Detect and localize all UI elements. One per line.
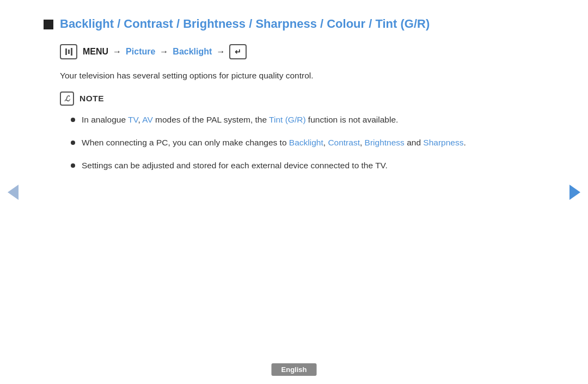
language-badge: English xyxy=(272,363,317,376)
menu-item-picture: Picture xyxy=(126,47,155,57)
page-container: Backlight / Contrast / Brightness / Shar… xyxy=(0,0,588,384)
arrow-2: → xyxy=(160,47,168,57)
description-text: Your television has several setting opti… xyxy=(60,69,544,82)
menu-bar-2 xyxy=(68,50,70,54)
nav-right-button[interactable] xyxy=(567,185,583,200)
bullet-item-2: When connecting a PC, you can only make … xyxy=(71,136,544,149)
menu-path: MENU → Picture → Backlight → ↵ xyxy=(60,44,544,59)
bullet-content-1: In analogue TV, AV modes of the PAL syst… xyxy=(82,113,544,126)
arrow-3: → xyxy=(216,47,225,57)
enter-icon: ↵ xyxy=(229,44,247,59)
note-label: NOTE xyxy=(79,94,104,103)
highlight-av: AV xyxy=(142,115,153,124)
bullet-content-2: When connecting a PC, you can only make … xyxy=(82,136,544,149)
bullet-list: In analogue TV, AV modes of the PAL syst… xyxy=(71,113,544,172)
page-title: Backlight / Contrast / Brightness / Shar… xyxy=(60,16,430,32)
right-arrow-icon xyxy=(569,185,580,200)
menu-bars xyxy=(65,48,72,56)
note-section: ℒ NOTE In analogue TV, AV modes of the P… xyxy=(60,92,544,172)
note-icon: ℒ xyxy=(60,92,74,106)
menu-bar-3 xyxy=(71,48,72,56)
content-area: Backlight / Contrast / Brightness / Shar… xyxy=(0,0,588,384)
highlight-brightness: Brightness xyxy=(365,138,405,147)
highlight-backlight: Backlight xyxy=(289,138,323,147)
title-bullet xyxy=(44,20,53,29)
menu-icon xyxy=(60,44,77,59)
highlight-tv: TV xyxy=(128,115,138,124)
bullet-dot-3 xyxy=(71,163,75,168)
menu-item-backlight: Backlight xyxy=(173,47,212,57)
menu-bar-1 xyxy=(65,48,67,55)
bullet-item-1: In analogue TV, AV modes of the PAL syst… xyxy=(71,113,544,126)
left-arrow-icon xyxy=(8,185,19,200)
arrow-1: → xyxy=(113,47,121,57)
highlight-tint: Tint (G/R) xyxy=(269,115,305,124)
nav-left-button[interactable] xyxy=(5,185,21,200)
footer: English xyxy=(272,364,317,374)
note-header: ℒ NOTE xyxy=(60,92,544,106)
section-title: Backlight / Contrast / Brightness / Shar… xyxy=(44,16,544,32)
bullet-dot-2 xyxy=(71,141,75,145)
highlight-sharpness: Sharpness xyxy=(423,138,463,147)
bullet-item-3: Settings can be adjusted and stored for … xyxy=(71,159,544,172)
menu-label: MENU xyxy=(83,47,108,57)
bullet-dot-1 xyxy=(71,118,75,122)
bullet-content-3: Settings can be adjusted and stored for … xyxy=(82,159,544,172)
highlight-contrast: Contrast xyxy=(328,138,360,147)
